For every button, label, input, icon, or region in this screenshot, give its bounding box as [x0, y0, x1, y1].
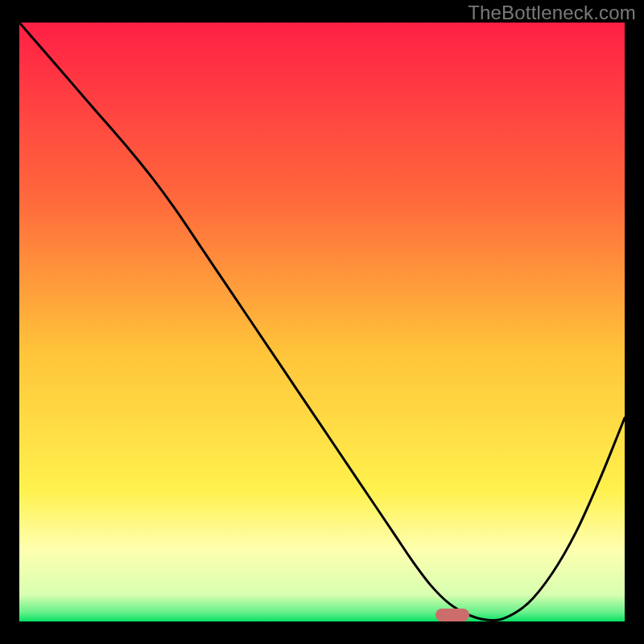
gradient-background — [19, 23, 625, 621]
chart-svg — [19, 23, 625, 621]
chart-frame: TheBottleneck.com — [0, 0, 644, 644]
optimal-marker — [436, 609, 469, 621]
watermark-text: TheBottleneck.com — [468, 2, 636, 24]
plot-area — [19, 23, 625, 621]
